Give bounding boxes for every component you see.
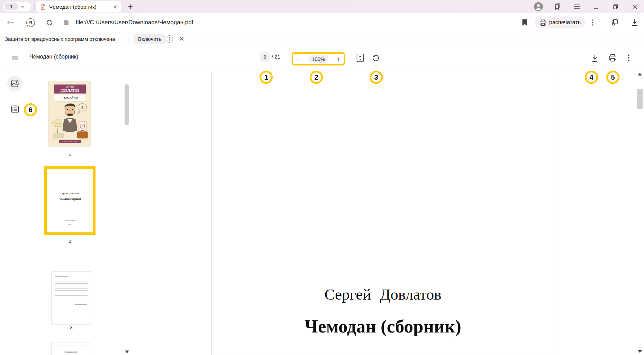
thumbnail-page-1[interactable]: СЕРГЕЙ ДОВЛАТОВ Чемодан $ U.S.A.	[48, 81, 91, 147]
pdf-download-icon[interactable]	[591, 54, 599, 62]
thumbnail-page-4[interactable]: Содержание	[51, 343, 91, 355]
thumbnail-3-label: 3	[51, 325, 91, 330]
pdf-sidebar-toggle-icon[interactable]	[12, 55, 18, 61]
zoom-in-button[interactable]: +	[337, 56, 341, 62]
document-title-line: Чемодан (сборник)	[211, 316, 554, 337]
window-close-button[interactable]	[631, 3, 638, 10]
fit-page-icon[interactable]	[356, 53, 364, 62]
cover-publisher: АЗБУКА КЛАССИКА	[63, 141, 77, 143]
new-tab-button[interactable]	[127, 3, 134, 10]
cover-author-small: СЕРГЕЙ	[66, 86, 74, 88]
annotation-badge-3: 3	[370, 71, 383, 84]
document-author-line: Сергей Довлатов	[211, 285, 554, 303]
tab-group-count: 1	[5, 3, 18, 10]
main-scroll-up-icon[interactable]	[638, 73, 642, 76]
page-count: / 21	[272, 54, 280, 60]
thumb2-title: Чемодан (сборник)	[47, 197, 93, 201]
print-button[interactable]: распечатать	[535, 17, 586, 28]
pdf-kebab-icon[interactable]	[628, 54, 630, 62]
pdf-print-icon[interactable]	[609, 54, 617, 62]
address-input[interactable]: file:///C:/Users/User/Downloads/Чемодан.…	[76, 19, 193, 26]
list-icon	[11, 105, 19, 113]
zoom-out-button[interactable]: −	[296, 56, 300, 62]
divider	[34, 3, 35, 10]
collections-icon[interactable]	[610, 18, 619, 26]
yandex-logo-icon[interactable]: Я	[26, 18, 35, 27]
zoom-level: 100%	[308, 55, 328, 63]
address-bar-row: Я file:///C:/Users/User/Downloads/Чемода…	[0, 13, 644, 32]
current-page-input[interactable]: 2	[260, 52, 270, 62]
tab-bar: 1 Чемодан (сборник)	[0, 0, 644, 13]
sidebar-scroll-down-icon[interactable]	[125, 350, 129, 353]
annotation-badge-2: 2	[310, 71, 323, 84]
back-icon[interactable]	[6, 20, 15, 25]
cover-usa-sign: U.S.A.	[55, 123, 61, 125]
thumbnails-sidebar: СЕРГЕЙ ДОВЛАТОВ Чемодан $ U.S.A.	[0, 71, 145, 355]
total-pages: 21	[274, 54, 280, 60]
pdf-file-icon	[40, 4, 46, 10]
window-minimize-button[interactable]	[592, 3, 599, 10]
sidebar-scrollbar-thumb[interactable]	[125, 84, 129, 125]
tab-close-icon[interactable]	[114, 5, 117, 9]
pdf-toolbar: Чемодан (сборник) 2 / 21 − 100% +	[0, 45, 644, 71]
outline-view-button[interactable]	[11, 105, 19, 113]
picture-icon	[11, 80, 19, 87]
thumb2-year: 1986	[47, 223, 93, 225]
thumbnail-1-label: 1	[48, 152, 91, 157]
annotation-badge-4: 4	[585, 71, 598, 84]
printer-icon	[539, 19, 546, 26]
thumb2-publisher: «Азбука-Аттикус»	[47, 220, 93, 221]
annotation-badge-1: 1	[260, 71, 273, 84]
pdf-page	[211, 72, 554, 355]
thumbnail-2-label: 2	[44, 239, 96, 244]
tab-group-pill[interactable]: 1	[3, 2, 31, 11]
downloads-icon[interactable]	[631, 19, 638, 26]
print-button-label: распечатать	[549, 19, 581, 26]
bookmark-icon[interactable]	[522, 19, 527, 26]
thumbnail-page-3[interactable]	[51, 271, 91, 325]
address-kebab-icon[interactable]	[592, 19, 594, 26]
reload-icon[interactable]	[46, 19, 53, 26]
tab-title: Чемодан (сборник)	[49, 4, 114, 10]
thumbnail-page-2-selected[interactable]: Сергей Довлатов Чемодан (сборник) «Азбук…	[44, 166, 96, 235]
warning-message: Защита от вредоносных программ отключена	[5, 36, 115, 42]
tab-active[interactable]: Чемодан (сборник)	[36, 1, 121, 12]
thumb2-author: Сергей Довлатов	[47, 192, 93, 195]
chevron-down-icon	[21, 6, 24, 8]
main-scrollbar-thumb[interactable]	[637, 89, 643, 109]
enable-protection-button[interactable]: Включить	[134, 34, 166, 44]
annotation-badge-5: 5	[606, 71, 619, 84]
thumb4-contents-heading: Содержание	[52, 350, 91, 353]
help-icon[interactable]: ?	[166, 35, 173, 43]
thumbnails-view-button[interactable]	[7, 76, 22, 91]
rotate-icon[interactable]	[372, 54, 380, 62]
cover-title: Чемодан	[62, 96, 78, 100]
zoom-controls: − 100% +	[292, 52, 345, 65]
cover-author-large: ДОВЛАТОВ	[60, 89, 80, 92]
main-scroll-down-icon[interactable]	[638, 350, 642, 353]
profile-avatar[interactable]	[534, 2, 543, 11]
bookmarks-panel-icon[interactable]	[554, 3, 561, 10]
protection-warning-bar: Защита от вредоносных программ отключена…	[0, 32, 644, 45]
pdf-document-title: Чемодан (сборник)	[29, 54, 78, 60]
page-file-icon[interactable]	[64, 19, 69, 26]
warning-close-icon[interactable]	[180, 36, 184, 41]
window-restore-button[interactable]	[612, 3, 619, 10]
browser-menu-icon[interactable]	[573, 4, 581, 9]
cover-dollar-sign: $	[81, 105, 84, 110]
annotation-badge-6: 6	[24, 103, 37, 116]
